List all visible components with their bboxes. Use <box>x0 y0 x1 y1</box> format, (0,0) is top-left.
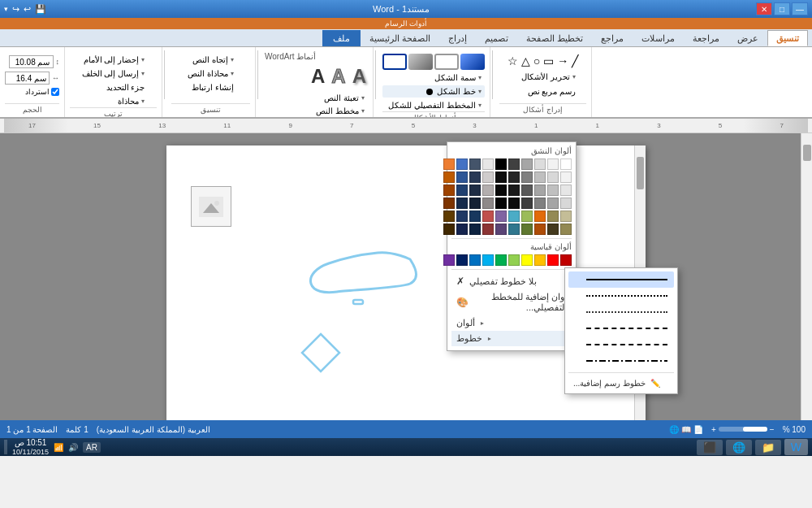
show-desktop-icon[interactable] <box>4 440 7 454</box>
color-r5-3[interactable] <box>534 211 546 222</box>
color-r2-2[interactable] <box>547 172 559 183</box>
shape-style-3[interactable] <box>408 54 433 70</box>
color-r5-2[interactable] <box>547 211 559 222</box>
shape-line[interactable]: ╱ <box>571 54 579 68</box>
close-btn[interactable]: ✕ <box>756 2 772 15</box>
line-solid[interactable] <box>568 271 674 288</box>
color-r5-9[interactable] <box>456 211 468 222</box>
std-color-1[interactable] <box>560 254 572 266</box>
std-color-2[interactable] <box>547 254 559 266</box>
color-r3-9[interactable] <box>456 185 468 196</box>
more-lines-btn[interactable]: ✏️ خطوط رسم إضافية... <box>568 376 674 390</box>
color-r5-1[interactable] <box>560 211 572 222</box>
shape-style-1[interactable] <box>460 54 485 70</box>
tab-review[interactable]: مراجعة <box>684 30 728 46</box>
line-dotted-fine[interactable] <box>568 288 674 304</box>
tab-layout[interactable]: تخطيط الصفحة <box>517 30 592 46</box>
tab-format[interactable]: تنسيق <box>767 30 808 46</box>
color-r3-6[interactable] <box>495 185 507 196</box>
shape-rect[interactable]: ▭ <box>542 54 555 68</box>
color-r4-6[interactable] <box>495 198 507 209</box>
color-r4-7[interactable] <box>482 198 494 209</box>
color-r4-4[interactable] <box>521 198 533 209</box>
color-r3-1[interactable] <box>560 185 572 196</box>
tab-home[interactable]: الصفحة الرئيسية <box>361 30 439 46</box>
minimize-btn[interactable]: — <box>792 2 808 15</box>
color-dark-blue[interactable] <box>469 158 481 170</box>
color-r6-6[interactable] <box>495 224 507 235</box>
color-light-gray1[interactable] <box>547 158 559 170</box>
more-outline-colors-btn[interactable]: أوان إضافية للمخطط التفصيلي... 🎨 <box>451 289 572 315</box>
tab-view[interactable]: عرض <box>728 30 767 46</box>
color-r4-9[interactable] <box>456 198 468 209</box>
color-r5-4[interactable] <box>521 211 533 222</box>
tab-mailing[interactable]: مراسلات <box>633 30 684 46</box>
color-r3-10[interactable] <box>443 185 455 196</box>
line-dashed-long[interactable] <box>568 336 674 353</box>
std-color-5[interactable] <box>508 254 520 266</box>
color-black[interactable] <box>495 158 507 170</box>
color-r4-3[interactable] <box>534 198 546 209</box>
color-r4-2[interactable] <box>547 198 559 209</box>
color-r6-2[interactable] <box>547 224 559 235</box>
zoom-out-icon[interactable]: − <box>770 425 775 434</box>
redo-icon[interactable]: ↪ <box>12 4 19 15</box>
tab-insert[interactable]: إدراج <box>439 30 476 46</box>
zoom-in-icon[interactable]: + <box>711 425 716 434</box>
std-color-9[interactable] <box>456 254 468 266</box>
network-icon[interactable]: 📶 <box>54 443 63 452</box>
edit-shape-btn[interactable]: ▾ تحرير الأشكال <box>507 71 579 83</box>
bring-forward-btn[interactable]: ▾ إحضار إلى الأمام <box>79 54 149 66</box>
color-r4-1[interactable] <box>560 198 572 209</box>
color-r3-5[interactable] <box>508 185 520 196</box>
tab-references[interactable]: مراجع <box>592 30 633 46</box>
text-align-btn[interactable]: ▾ محاذاة النص <box>184 67 237 80</box>
customize-icon[interactable]: ▾ <box>4 5 8 13</box>
color-r5-8[interactable] <box>469 211 481 222</box>
wordart-a-outlined[interactable]: A <box>330 63 347 89</box>
taskbar-black[interactable]: ⬛ <box>697 440 723 455</box>
zoom-slider[interactable] <box>719 427 767 432</box>
color-white[interactable] <box>560 158 572 170</box>
align-btn[interactable]: ▾ محاذاة <box>79 95 149 107</box>
lock-aspect-checkbox[interactable] <box>51 88 59 96</box>
color-gray1[interactable] <box>521 158 533 170</box>
create-link-btn[interactable]: إنشاء ارتباط <box>184 81 237 93</box>
shape-style-outline-btn[interactable] <box>382 54 407 70</box>
color-r6-4[interactable] <box>521 224 533 235</box>
shape-style-2[interactable] <box>434 54 459 70</box>
color-r2-6[interactable] <box>495 172 507 183</box>
maximize-btn[interactable]: □ <box>774 2 790 15</box>
lines-menu-item[interactable]: ▾ خطوط <box>451 331 572 346</box>
text-outline-btn[interactable]: ▾ مخطط النص <box>265 105 368 117</box>
std-color-10[interactable] <box>443 254 455 266</box>
shape-arrow[interactable]: → <box>556 54 569 68</box>
color-r5-6[interactable] <box>495 211 507 222</box>
line-dash-dot[interactable] <box>568 353 674 369</box>
color-r2-10[interactable] <box>443 172 455 183</box>
sound-icon[interactable]: 🔊 <box>68 443 78 452</box>
shape-outline-btn[interactable]: ▾ خط الشكل <box>382 85 485 98</box>
color-r4-8[interactable] <box>469 198 481 209</box>
shape-circle[interactable]: ○ <box>533 54 541 68</box>
print-layout-icon[interactable]: 📄 <box>693 425 703 434</box>
color-orange[interactable] <box>443 158 455 170</box>
color-r6-10[interactable] <box>443 224 455 235</box>
color-dark-gray1[interactable] <box>508 158 520 170</box>
std-color-7[interactable] <box>482 254 494 266</box>
wordart-a-filled[interactable]: A <box>309 63 326 89</box>
std-color-3[interactable] <box>534 254 546 266</box>
color-r3-3[interactable] <box>534 185 546 196</box>
shape-effects-btn[interactable]: ▾ المخطط التفصيلي للشكل <box>382 99 485 111</box>
color-r6-1[interactable] <box>560 224 572 235</box>
std-color-6[interactable] <box>495 254 507 266</box>
selection-pane-btn[interactable]: جزء التحديد <box>79 81 149 93</box>
color-r2-9[interactable] <box>456 172 468 183</box>
color-r6-3[interactable] <box>534 224 546 235</box>
shape-star[interactable]: ☆ <box>507 54 519 68</box>
scrollbar-thumb[interactable] <box>637 157 644 189</box>
web-layout-icon[interactable]: 🌐 <box>669 425 679 434</box>
tab-file[interactable]: ملف <box>322 30 361 46</box>
line-dotted-medium[interactable] <box>568 304 674 320</box>
color-r5-7[interactable] <box>482 211 494 222</box>
